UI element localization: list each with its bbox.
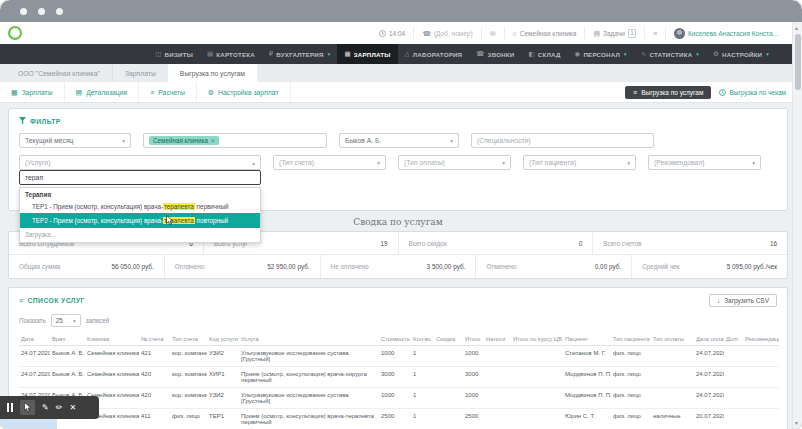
column-header: Кол-во (411, 333, 434, 346)
period-select[interactable]: Текущий месяц▾ (19, 133, 131, 148)
dropdown-option-ter1[interactable]: ТЕР1 - Прием (осмотр, консультация) врач… (20, 200, 260, 213)
download-csv-button[interactable]: ↓Загрузить CSV (709, 294, 777, 307)
nav-staff[interactable]: ◉ПЕРСОНАЛ▾ (568, 44, 634, 64)
table-cell: 24.07.2020 (19, 346, 50, 367)
table-cell: 24.07.2020 (694, 388, 724, 409)
highlighter-tool-icon[interactable]: ✏ (56, 404, 63, 412)
nav-calls[interactable]: ☎ЗВОНКИ (469, 44, 521, 64)
tab-calculations[interactable]: ≡Расчеты (139, 82, 197, 102)
annotation-toolbar: ✎ ✏ ✕ (0, 396, 99, 419)
clinic-chip[interactable]: Семейная клиника× (149, 136, 219, 145)
table-cell: 2500 (379, 409, 411, 429)
services-search-input[interactable] (19, 170, 261, 185)
chip-label: Семейная клиника (153, 137, 208, 144)
tasks-item[interactable]: ▤ Задачи 1 (584, 27, 643, 40)
table-cell (724, 388, 743, 409)
nav-accounting[interactable]: ₽БУХГАЛТЕРИЯ▾ (262, 44, 337, 64)
dropdown-option-ter2[interactable]: ТЕР2 - Прием (осмотр, консультация) врач… (20, 213, 260, 228)
patient-type-select[interactable]: (Тип пациента)▾ (523, 155, 636, 170)
nav-warehouse[interactable]: ◧СКЛАД (521, 44, 567, 64)
table-cell: 1000 (379, 388, 411, 409)
pause-icon[interactable] (7, 403, 13, 412)
doctor-select[interactable]: Быков А. Б.▾ (339, 133, 459, 148)
specialties-select[interactable]: (Специальности) (471, 133, 654, 148)
nav-laboratory[interactable]: △ЛАБОРАТОРИЯ (398, 44, 470, 64)
window-dot-close[interactable] (20, 8, 27, 15)
chevron-down-icon: ▾ (696, 51, 699, 57)
table-row: 24.07.2020Быков А. Б.Семейная клиника420… (19, 367, 779, 388)
ruble-icon: ₽ (269, 51, 273, 58)
cursor-tool-active[interactable] (20, 400, 35, 415)
nav-card-index[interactable]: ▤КАРТОТЕКА (200, 44, 262, 64)
cursor-icon (24, 402, 32, 413)
breadcrumb-company[interactable]: ООО "Семейная клиника" (0, 64, 113, 82)
message-item[interactable]: ✉ (481, 27, 504, 40)
table-body: 24.07.2020Быков А. Б.Семейная клиника421… (19, 346, 779, 429)
table-cell: физ. лицо (611, 388, 651, 409)
clinic-item[interactable]: ⌂ Семейная клиника (504, 27, 585, 40)
column-header: Стоимость (379, 333, 411, 346)
recommended-select[interactable]: (Рекомендовал)▾ (648, 155, 761, 170)
export-by-services-button[interactable]: ≡Выгрузка по услугам (625, 86, 711, 99)
table-cell (743, 409, 779, 429)
button-label: Выгрузка по услугам (641, 89, 703, 96)
nav-statistics[interactable]: ∿СТАТИСТИКА▾ (634, 44, 706, 64)
close-icon[interactable]: ✕ (69, 404, 76, 412)
pen-tool-icon[interactable]: ✎ (42, 404, 49, 412)
filter-header[interactable]: ФИЛЬТР (19, 116, 777, 126)
payment-type-select[interactable]: (Тип оплаты)▾ (398, 155, 511, 170)
table-cell: 1 (411, 409, 434, 429)
nav-label: ЛАБОРАТОРИЯ (413, 51, 462, 58)
chevron-down-icon: ▾ (446, 138, 453, 144)
table-cell: 1 (411, 346, 434, 367)
clinic-multiselect[interactable]: Семейная клиника× (143, 133, 327, 148)
scroll-up-icon[interactable]: ▴ (795, 25, 798, 31)
table-cell: кор. компании (170, 388, 207, 409)
column-header: Врач (50, 333, 85, 346)
option-text: ТЕР1 - Прием (осмотр, консультация) врач… (32, 203, 163, 210)
export-by-checks-button[interactable]: Выгрузка по чекам (719, 89, 786, 96)
column-header: Итого по курсу ЦБ (511, 333, 563, 346)
table-cell: Степанов М. Г. (563, 346, 611, 367)
table-cell: физ. лицо (170, 409, 207, 429)
page-size-select[interactable]: 25▾ (51, 314, 81, 327)
tab-salaries[interactable]: ▦Зарплаты (0, 82, 65, 102)
breadcrumb-current[interactable]: Выгрузка по услугам (168, 64, 257, 82)
tab-details[interactable]: ▤Детализация (65, 82, 140, 102)
nav-settings[interactable]: ⚙НАСТРОЙКИ▾ (706, 44, 776, 64)
stat-value: 0 (573, 240, 583, 247)
nav-visits[interactable]: ◫ВИЗИТЫ (148, 44, 200, 64)
nav-label: ПЕРСОНАЛ (583, 51, 620, 58)
services-select[interactable]: (Услуги)▴ (19, 155, 261, 170)
menu-item[interactable]: ≡ (644, 27, 665, 40)
scroll-down-icon[interactable]: ▾ (795, 420, 798, 426)
services-dropdown-list: Терапия ТЕР1 - Прием (осмотр, консультац… (19, 187, 261, 243)
window-dot-maximize[interactable] (56, 8, 63, 15)
option-highlight: терапевта (163, 203, 195, 210)
filter-panel: ФИЛЬТР Текущий месяц▾ Семейная клиника× … (8, 108, 788, 211)
option-text: повторный (195, 217, 228, 224)
table-cell (724, 346, 743, 367)
table-cell: Юрин С. Т. (563, 409, 611, 429)
account-type-select[interactable]: (Тип счета)▾ (273, 155, 386, 170)
table-cell: наличные (651, 409, 694, 429)
filter-row-2: (Услуги)▴ (Тип счета)▾ (Тип оплаты)▾ (Ти… (19, 155, 777, 170)
option-text: ТЕР2 - Прием (осмотр, консультация) врач… (32, 217, 163, 224)
table-header-row: ДатаВрачКлиника№ счетаТип счетаКод услуг… (19, 333, 779, 346)
list-icon: ≡ (19, 297, 24, 304)
chevron-down-icon: ▾ (328, 51, 331, 57)
breadcrumb-section[interactable]: Зарплаты (113, 64, 168, 82)
table-head: ДатаВрачКлиника№ счетаТип счетаКод услуг… (19, 333, 779, 346)
chip-remove-icon[interactable]: × (211, 137, 215, 144)
column-header: Дата (19, 333, 50, 346)
total-value: 5 095,00 руб./чек (721, 263, 777, 270)
page-scrollbar[interactable]: ▴ ▾ (792, 22, 802, 429)
chevron-down-icon: ▾ (498, 160, 505, 166)
window-dot-minimize[interactable] (38, 8, 45, 15)
phone-extension-item[interactable]: ☎ (Доб. номер) (413, 27, 480, 40)
stats-icon: ∿ (641, 51, 647, 58)
user-item[interactable]: Киселева Анастасия Констан… (665, 27, 788, 40)
nav-salaries[interactable]: ▦ЗАРПЛАТЫ (337, 44, 397, 64)
tab-salary-settings[interactable]: ⚙Настройка зарплат (197, 82, 291, 102)
scrollbar-thumb[interactable] (795, 34, 801, 90)
